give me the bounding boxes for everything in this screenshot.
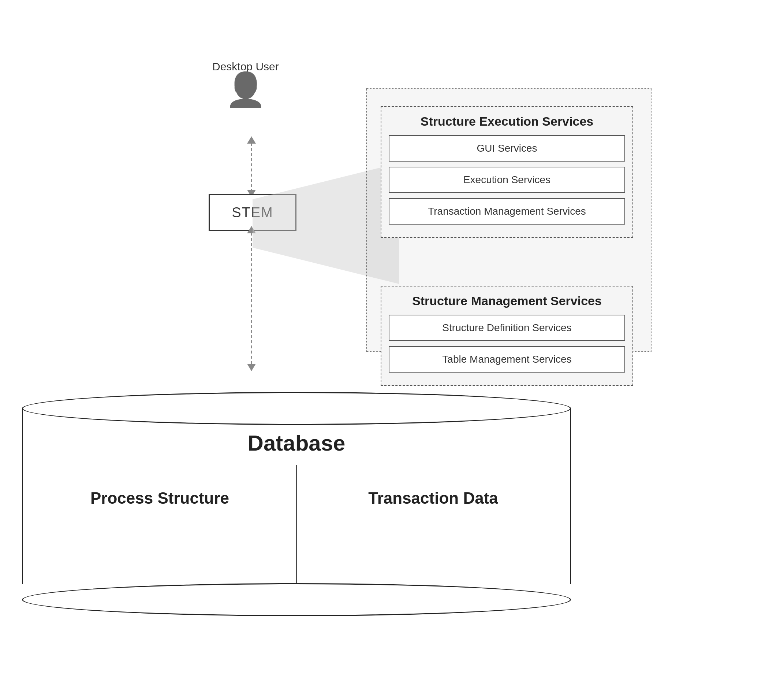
management-services-panel: Structure Management Services Structure … <box>380 286 633 386</box>
transaction-management-services-box: Transaction Management Services <box>389 198 625 225</box>
gui-services-box: GUI Services <box>389 135 625 162</box>
database-label: Database <box>23 431 570 456</box>
database-divider <box>296 465 297 586</box>
execution-services-panel: Structure Execution Services GUI Service… <box>380 106 633 238</box>
database-bottom-ellipse <box>22 583 571 616</box>
management-services-title: Structure Management Services <box>389 294 625 308</box>
execution-services-title: Structure Execution Services <box>389 114 625 129</box>
arrow-stem-to-database <box>251 233 252 365</box>
database-body: Database Process Structure Transaction D… <box>22 408 571 584</box>
table-management-services-box: Table Management Services <box>389 346 625 373</box>
user-icon: 👤 <box>212 73 279 106</box>
diagram: Desktop User 👤 STEM Structure Execution … <box>0 0 784 692</box>
database-cylinder: Database Process Structure Transaction D… <box>22 392 571 616</box>
desktop-user: Desktop User 👤 <box>212 59 279 106</box>
database-top-ellipse <box>22 392 571 425</box>
database-transaction-data: Transaction Data <box>296 489 570 507</box>
database-process-structure: Process Structure <box>23 489 296 507</box>
arrow-user-to-stem <box>251 143 252 190</box>
structure-definition-services-box: Structure Definition Services <box>389 315 625 341</box>
execution-services-box: Execution Services <box>389 167 625 193</box>
